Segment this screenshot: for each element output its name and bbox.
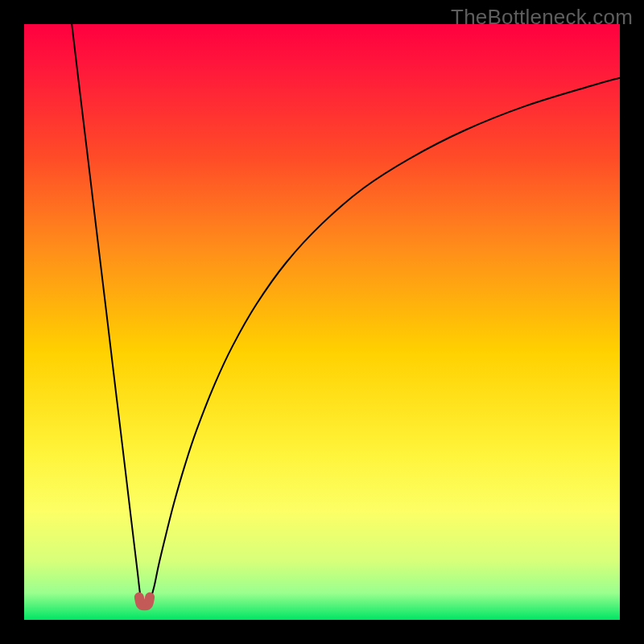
chart-frame: TheBottleneck.com [0,0,644,644]
selection-marker [139,597,150,605]
bottleneck-curve [72,24,620,605]
plot-area [24,24,620,620]
curve-layer [24,24,620,620]
watermark-text: TheBottleneck.com [451,5,633,30]
